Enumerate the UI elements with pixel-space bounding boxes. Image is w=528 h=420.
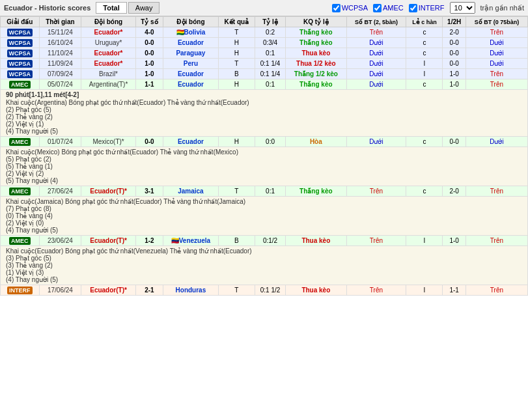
cell-ratio: 0:2 <box>255 27 285 38</box>
cell-home[interactable]: Ecuador(T)* <box>81 285 136 296</box>
cell-sobt: Trên <box>346 285 406 296</box>
cell-kq-ratio: Thắng kèo <box>286 27 346 38</box>
cell-competition: WCPSA <box>1 48 40 59</box>
cell-away[interactable]: Ecuador <box>163 137 219 147</box>
page-title: Ecuador - Historic scores <box>4 4 90 12</box>
cell-home[interactable]: Argentina(T)* <box>81 79 136 90</box>
cell-result: H <box>218 38 255 48</box>
cell-score: 0-0 <box>135 38 163 48</box>
cell-date: 16/10/24 <box>39 38 81 48</box>
cell-lec: I <box>406 69 443 79</box>
cell-away[interactable]: 🇻🇪Venezuela <box>163 236 219 246</box>
cell-kq-ratio: Thắng 1/2 kèo <box>286 69 346 79</box>
col-header-half: 1/2H <box>443 17 465 27</box>
cell-sobt0: Trên <box>465 69 527 79</box>
cell-score: 3-1 <box>135 186 163 197</box>
cell-away[interactable]: Ecuador <box>163 69 219 79</box>
cell-half: 1-1 <box>443 285 465 296</box>
cell-sobt0: Trên <box>465 27 527 38</box>
cell-kq-ratio: Thắng kèo <box>286 38 346 48</box>
cell-result: H <box>218 137 255 147</box>
filter-interf-check[interactable]: INTERF <box>409 4 445 12</box>
cell-away[interactable]: Ecuador <box>163 38 219 48</box>
cell-away[interactable]: Ecuador <box>163 79 219 90</box>
cell-result: T <box>218 285 255 296</box>
cell-lec: c <box>406 79 443 90</box>
cell-home[interactable]: Ecuador* <box>81 27 136 38</box>
cell-score: 2-1 <box>135 285 163 296</box>
cell-date: 17/06/24 <box>39 285 81 296</box>
cell-ratio: 0:1 <box>255 48 285 59</box>
col-header-date: Thời gian <box>39 17 81 27</box>
table-row: INTERF 17/06/24 Ecuador(T)* 2-1 Honduras… <box>1 285 528 296</box>
cell-home[interactable]: Ecuador(T)* <box>81 186 136 197</box>
cell-sobt: Dưới <box>346 137 406 147</box>
cell-home[interactable]: Ecuador(T)* <box>81 236 136 246</box>
cell-result: T <box>218 59 255 69</box>
cell-sobt: Dưới <box>346 69 406 79</box>
cell-away[interactable]: Peru <box>163 59 219 69</box>
cell-kq-ratio: Thua 1/2 kèo <box>286 59 346 69</box>
cell-competition: AMEC <box>1 137 40 147</box>
cell-sobt0: Dưới <box>465 59 527 69</box>
cell-half: 0-0 <box>443 137 465 147</box>
cell-home[interactable]: Mexico(T)* <box>81 137 136 147</box>
cell-competition: INTERF <box>1 285 40 296</box>
cell-sobt0: Trên <box>465 79 527 90</box>
cell-ratio: 0:1 1/2 <box>255 285 285 296</box>
cell-half: 0-0 <box>443 59 465 69</box>
cell-sobt: Trên <box>346 236 406 246</box>
cell-sobt: Dưới <box>346 38 406 48</box>
cell-sobt0: Trên <box>465 186 527 197</box>
cell-date: 15/11/24 <box>39 27 81 38</box>
col-header-away: Đội bóng <box>163 17 219 27</box>
cell-lec: c <box>406 186 443 197</box>
cell-away[interactable]: Jamaica <box>163 186 219 197</box>
cell-score: 1-0 <box>135 69 163 79</box>
cell-ratio: 0:0 <box>255 137 285 147</box>
table-row: AMEC 23/06/24 Ecuador(T)* 1-2 🇻🇪Venezuel… <box>1 236 528 246</box>
cell-lec: I <box>406 59 443 69</box>
cell-kq-ratio: Hòa <box>286 137 346 147</box>
scores-table: Giải đấu Thời gian Đội bóng Tỷ số Đội bó… <box>0 16 528 296</box>
detail-row: Khai cuộc(Ecuador) Bóng phạt góc thứ nhấ… <box>1 246 528 285</box>
detail-row: 90 phút[1-1],11 mét[4-2]Khai cuộc(Argent… <box>1 90 528 137</box>
cell-lec: c <box>406 38 443 48</box>
cell-half: 1-0 <box>443 69 465 79</box>
filter-wcpsa-check[interactable]: WCPSA <box>332 4 368 12</box>
cell-home[interactable]: Uruguay* <box>81 38 136 48</box>
cell-ratio: 0:1 1/4 <box>255 69 285 79</box>
cell-result: T <box>218 186 255 197</box>
cell-sobt0: Dưới <box>465 137 527 147</box>
cell-half: 0-0 <box>443 38 465 48</box>
cell-competition: WCPSA <box>1 38 40 48</box>
cell-home[interactable]: Ecuador* <box>81 48 136 59</box>
col-header-sobt0: Số BT (0 75bàn) <box>465 17 527 27</box>
cell-lec: c <box>406 48 443 59</box>
filter-amec-check[interactable]: AMEC <box>373 4 404 12</box>
table-row: WCPSA 16/10/24 Uruguay* 0-0 Ecuador H 0:… <box>1 38 528 48</box>
col-header-sobt: Số BT (2, 5bàn) <box>346 17 406 27</box>
cell-score: 1-0 <box>135 59 163 69</box>
cell-date: 07/09/24 <box>39 69 81 79</box>
col-header-kq-ratio: KQ tỷ lệ <box>286 17 346 27</box>
cell-competition: AMEC <box>1 186 40 197</box>
tab-away[interactable]: Away <box>128 2 160 14</box>
cell-home[interactable]: Brazil* <box>81 69 136 79</box>
col-header-result: Kết quả <box>218 17 255 27</box>
cell-competition: WCPSA <box>1 59 40 69</box>
cell-half: 0-0 <box>443 48 465 59</box>
tab-total[interactable]: Total <box>96 2 126 14</box>
cell-lec: c <box>406 137 443 147</box>
cell-home[interactable]: Ecuador* <box>81 59 136 69</box>
cell-sobt0: Dưới <box>465 48 527 59</box>
cell-half: 1-0 <box>443 79 465 90</box>
count-select[interactable]: 102030 <box>450 2 475 14</box>
tab-group: Total Away <box>96 2 160 14</box>
cell-away[interactable]: 🇧🇴Bolivia <box>163 27 219 38</box>
cell-lec: c <box>406 27 443 38</box>
cell-competition: WCPSA <box>1 69 40 79</box>
table-row: WCPSA 11/09/24 Ecuador* 1-0 Peru T 0:1 1… <box>1 59 528 69</box>
cell-away[interactable]: Paraguay <box>163 48 219 59</box>
cell-away[interactable]: Honduras <box>163 285 219 296</box>
